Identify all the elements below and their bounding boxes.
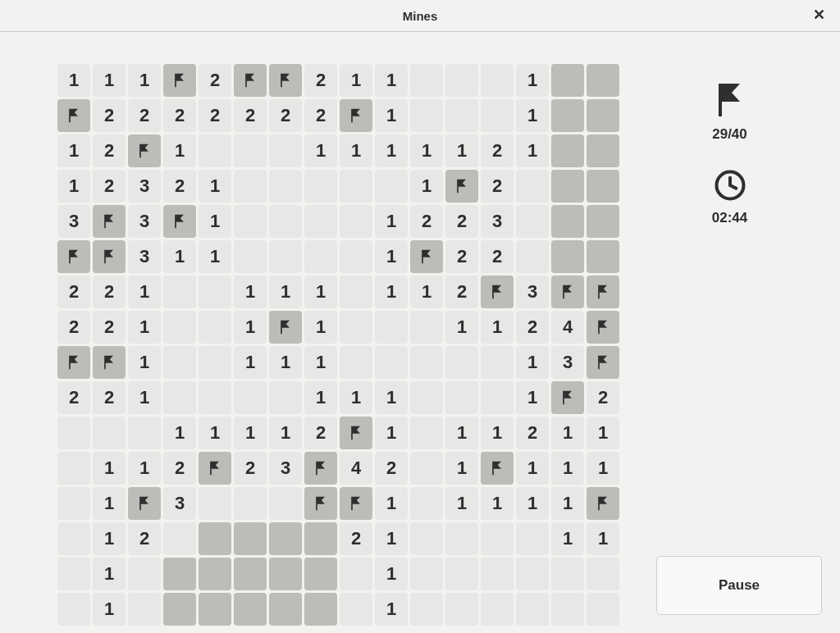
cell-r3-c8[interactable] (340, 170, 372, 203)
cell-r6-c9[interactable]: 1 (375, 276, 408, 308)
cell-r13-c2[interactable]: 2 (128, 522, 161, 555)
cell-r1-c2[interactable]: 2 (128, 99, 161, 132)
cell-r1-c6[interactable]: 2 (269, 99, 302, 132)
cell-r11-c6[interactable]: 3 (269, 452, 302, 485)
cell-r5-c10[interactable] (410, 240, 443, 273)
cell-r0-c7[interactable]: 2 (304, 64, 337, 97)
cell-r2-c3[interactable]: 1 (163, 134, 196, 167)
cell-r5-c13[interactable] (516, 240, 549, 273)
cell-r9-c8[interactable]: 1 (340, 381, 372, 414)
cell-r15-c13[interactable] (516, 593, 549, 626)
cell-r15-c0[interactable] (57, 593, 90, 626)
cell-r0-c13[interactable]: 1 (516, 64, 549, 97)
cell-r1-c9[interactable]: 1 (375, 99, 408, 132)
cell-r6-c3[interactable] (163, 276, 196, 308)
cell-r14-c1[interactable]: 1 (93, 558, 126, 590)
cell-r9-c5[interactable] (234, 381, 267, 414)
cell-r8-c15[interactable] (587, 346, 619, 379)
cell-r11-c5[interactable]: 2 (234, 452, 267, 485)
cell-r12-c15[interactable] (587, 487, 619, 520)
cell-r13-c10[interactable] (410, 522, 443, 555)
cell-r9-c0[interactable]: 2 (57, 381, 90, 414)
cell-r7-c15[interactable] (587, 311, 619, 344)
cell-r14-c8[interactable] (340, 558, 372, 590)
cell-r8-c8[interactable] (340, 346, 372, 379)
cell-r5-c3[interactable]: 1 (163, 240, 196, 273)
cell-r9-c10[interactable] (410, 381, 443, 414)
cell-r7-c13[interactable]: 2 (516, 311, 549, 344)
cell-r0-c14[interactable] (551, 64, 584, 97)
cell-r0-c10[interactable] (410, 64, 443, 97)
cell-r15-c4[interactable] (199, 593, 231, 626)
cell-r4-c4[interactable]: 1 (199, 205, 231, 238)
cell-r10-c3[interactable]: 1 (163, 417, 196, 449)
cell-r2-c1[interactable]: 2 (93, 134, 126, 167)
cell-r11-c13[interactable]: 1 (516, 452, 549, 485)
cell-r14-c14[interactable] (551, 558, 584, 590)
cell-r5-c8[interactable] (340, 240, 372, 273)
cell-r15-c5[interactable] (234, 593, 267, 626)
cell-r11-c0[interactable] (57, 452, 90, 485)
cell-r14-c10[interactable] (410, 558, 443, 590)
cell-r1-c10[interactable] (410, 99, 443, 132)
cell-r0-c8[interactable]: 1 (340, 64, 372, 97)
cell-r7-c0[interactable]: 2 (57, 311, 90, 344)
cell-r14-c11[interactable] (445, 558, 478, 590)
cell-r12-c1[interactable]: 1 (93, 487, 126, 520)
cell-r2-c13[interactable]: 1 (516, 134, 549, 167)
cell-r8-c5[interactable]: 1 (234, 346, 267, 379)
cell-r8-c14[interactable]: 3 (551, 346, 584, 379)
cell-r7-c10[interactable] (410, 311, 443, 344)
cell-r0-c0[interactable]: 1 (57, 64, 90, 97)
cell-r5-c7[interactable] (304, 240, 337, 273)
cell-r12-c7[interactable] (304, 487, 337, 520)
cell-r8-c13[interactable]: 1 (516, 346, 549, 379)
cell-r3-c10[interactable]: 1 (410, 170, 443, 203)
cell-r3-c3[interactable]: 2 (163, 170, 196, 203)
cell-r5-c5[interactable] (234, 240, 267, 273)
cell-r15-c11[interactable] (445, 593, 478, 626)
cell-r6-c13[interactable]: 3 (516, 276, 549, 308)
cell-r12-c12[interactable]: 1 (481, 487, 514, 520)
cell-r11-c1[interactable]: 1 (93, 452, 126, 485)
cell-r13-c3[interactable] (163, 522, 196, 555)
cell-r0-c15[interactable] (587, 64, 619, 97)
cell-r6-c7[interactable]: 1 (304, 276, 337, 308)
cell-r5-c0[interactable] (57, 240, 90, 273)
cell-r11-c15[interactable]: 1 (587, 452, 619, 485)
cell-r10-c11[interactable]: 1 (445, 417, 478, 449)
cell-r8-c6[interactable]: 1 (269, 346, 302, 379)
cell-r4-c1[interactable] (93, 205, 126, 238)
cell-r4-c7[interactable] (304, 205, 337, 238)
cell-r11-c10[interactable] (410, 452, 443, 485)
cell-r3-c13[interactable] (516, 170, 549, 203)
cell-r7-c3[interactable] (163, 311, 196, 344)
cell-r10-c7[interactable]: 2 (304, 417, 337, 449)
cell-r9-c12[interactable] (481, 381, 514, 414)
cell-r11-c11[interactable]: 1 (445, 452, 478, 485)
cell-r5-c12[interactable]: 2 (481, 240, 514, 273)
cell-r3-c5[interactable] (234, 170, 267, 203)
cell-r0-c11[interactable] (445, 64, 478, 97)
cell-r4-c6[interactable] (269, 205, 302, 238)
cell-r9-c4[interactable] (199, 381, 231, 414)
cell-r6-c5[interactable]: 1 (234, 276, 267, 308)
cell-r1-c8[interactable] (340, 99, 372, 132)
cell-r7-c14[interactable]: 4 (551, 311, 584, 344)
cell-r3-c15[interactable] (587, 170, 619, 203)
cell-r12-c2[interactable] (128, 487, 161, 520)
cell-r14-c7[interactable] (304, 558, 337, 590)
cell-r9-c7[interactable]: 1 (304, 381, 337, 414)
cell-r3-c7[interactable] (304, 170, 337, 203)
cell-r5-c2[interactable]: 3 (128, 240, 161, 273)
cell-r6-c2[interactable]: 1 (128, 276, 161, 308)
cell-r10-c14[interactable]: 1 (551, 417, 584, 449)
cell-r3-c14[interactable] (551, 170, 584, 203)
cell-r6-c1[interactable]: 2 (93, 276, 126, 308)
cell-r13-c1[interactable]: 1 (93, 522, 126, 555)
cell-r13-c12[interactable] (481, 522, 514, 555)
cell-r13-c14[interactable]: 1 (551, 522, 584, 555)
cell-r9-c6[interactable] (269, 381, 302, 414)
cell-r1-c1[interactable]: 2 (93, 99, 126, 132)
cell-r9-c11[interactable] (445, 381, 478, 414)
